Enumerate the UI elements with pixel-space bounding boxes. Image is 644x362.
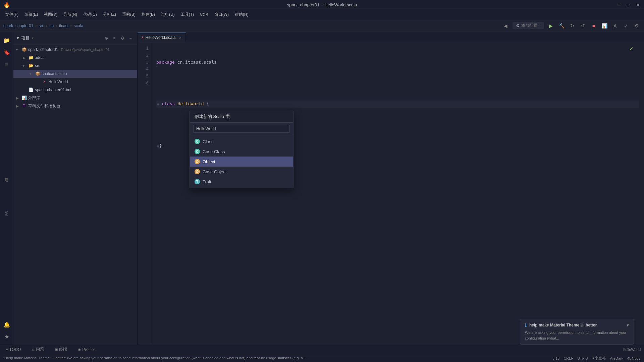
code-editor[interactable]: package cn.itcast.scala ◉ class HelloWor… [151,42,644,345]
menu-item-t[interactable]: 工具(T) [178,11,197,18]
toolbar: spark_chapter01 › src › cn › itcast › sc… [0,19,644,32]
charset[interactable]: UTF-8 [577,356,588,360]
menu-item-b[interactable]: 重构(B) [119,11,138,18]
case-class-icon: C [195,149,200,154]
terminal-tab[interactable]: ▣ 终端 [52,345,70,354]
tree-iml[interactable]: ▶ 📄 spark_chapter01.iml [13,86,137,94]
tree-scratch[interactable]: ▶ 🗒 草稿文件和控制台 [13,102,137,110]
update-button[interactable]: ↻ [568,22,576,30]
terminal-icon: ▣ [55,348,58,351]
project-icon[interactable]: 📁 [1,35,12,46]
back-button[interactable]: ◀ [502,22,510,30]
line-num-3: 3 [140,59,149,66]
menu-item-e[interactable]: 编辑(E) [22,11,41,18]
breadcrumb-scala[interactable]: scala [74,23,83,28]
project-label: 项目 [21,35,30,41]
menu-item-f[interactable]: 文件(F) [3,11,21,18]
project-panel: ▾ 项目 ▾ ⊕ ≡ ⚙ ⋯ ▾ 📦 spark_chapter01 D:\wo… [13,32,138,345]
breadcrumb-spark[interactable]: spark_chapter01 [3,23,33,28]
theme-info[interactable]: AteDark [610,356,623,360]
fold-5[interactable]: ◉ [157,143,159,149]
tab-close-icon[interactable]: ✕ [179,36,181,40]
bookmarks-icon[interactable]: 🔖 [1,47,12,58]
breadcrumb-src[interactable]: src [39,23,44,28]
structure-icon[interactable]: ≡ [1,59,12,70]
reload-button[interactable]: ↺ [579,22,587,30]
line-num-2: 2 [140,52,149,59]
tab-scala-icon: λ [142,36,144,40]
project-menu-icon[interactable]: ⋯ [127,35,134,42]
stop-button[interactable]: ■ [590,22,598,30]
project-dropdown-icon[interactable]: ▾ [17,36,19,41]
menu-item-c[interactable]: 代码(C) [80,11,100,18]
tree-helloworld[interactable]: ▶ λ HelloWorld [13,78,137,86]
class-icon: C [195,139,200,144]
line-endings[interactable]: CRLF [564,356,573,360]
dropdown-item-case-class[interactable]: C Case Class [190,146,293,157]
titlebar: 🔥 spark_chapter01 – HelloWorld.scala ─ ◻… [0,0,644,10]
star-icon[interactable]: ★ [1,331,12,342]
root-name: spark_chapter01 [28,47,58,52]
editor-area: λ HelloWorld.scala ✕ 1 2 3 4 5 6 package… [138,32,644,345]
editor-content[interactable]: 1 2 3 4 5 6 package cn.itcast.scala ◉ cl… [138,42,644,345]
new-scala-dialog: 创建新的 Scala 类 C Class C Case Class O Obje… [190,111,293,188]
menu-item-u[interactable]: 运行(U) [158,11,177,18]
expand-button[interactable]: ⤢ [622,22,630,30]
memory-info[interactable]: 484/367 [627,356,641,360]
tree-src[interactable]: ▾ 📂 src [13,62,137,70]
menu-item-vcs[interactable]: VCS [197,11,211,18]
run-button[interactable]: ▶ [547,22,555,30]
fold-3[interactable]: ◉ [157,101,159,107]
project-expand-icon[interactable]: ▾ [32,36,34,40]
cursor-position[interactable]: 3:18 [552,356,559,360]
indent-info[interactable]: 3 个空格 [592,356,606,361]
tree-extlib[interactable]: ▶ 📊 外部库 [13,94,137,102]
breadcrumb-itcast[interactable]: itcast [59,23,68,28]
notifications-icon[interactable]: 🔔 [1,319,12,330]
project-tools: ⊕ ≡ ⚙ ⋯ [103,35,134,42]
project-settings-icon[interactable]: ⚙ [119,35,126,42]
code-line-2 [156,80,639,87]
menu-item-b[interactable]: 构建(B) [139,11,158,18]
notif-close-button[interactable]: ▾ [627,322,629,328]
dropdown-item-trait[interactable]: T Trait [190,177,293,187]
project-sync-icon[interactable]: ⊕ [103,35,110,42]
build-tool-icon[interactable]: 构建 [1,170,12,180]
breadcrumb: spark_chapter01 › src › cn › itcast › sc… [3,23,83,28]
git-icon[interactable]: Git [1,208,12,219]
project-collapse-icon[interactable]: ≡ [111,35,118,42]
tree-idea[interactable]: ▶ 📁 .idea [13,54,137,62]
menu-item-n[interactable]: 导航(N) [61,11,80,18]
pkg-chevron: ▾ [30,72,34,76]
status-message[interactable]: ℹ help make Material Theme UI better: We… [3,356,308,361]
maximize-button[interactable]: ◻ [626,2,631,8]
dialog-search-input[interactable] [193,125,290,133]
notif-header: ℹ help make Material Theme UI better ▾ [525,322,629,328]
menu-item-z[interactable]: 分析(Z) [100,11,119,18]
problems-tab[interactable]: ⚠ 问题 [29,345,47,354]
menu-item-w[interactable]: 窗口(W) [212,11,231,18]
dropdown-item-case-object[interactable]: O Case Object [190,167,293,177]
translate-button[interactable]: A [611,22,619,30]
tree-package[interactable]: ▾ 📦 cn.itcast.scala [13,70,137,78]
tree-root[interactable]: ▾ 📦 spark_chapter01 D:\work\java\spark_c… [13,46,137,54]
add-config-button[interactable]: ⚙ 添加配置... [513,22,544,29]
trait-label: Trait [203,179,211,184]
breadcrumb-cn[interactable]: cn [49,23,54,28]
todo-tab[interactable]: ≡ TODO [3,345,23,354]
menu-item-v[interactable]: 视图(V) [41,11,60,18]
minimize-button[interactable]: ─ [616,2,622,8]
dropdown-item-object[interactable]: O Object [190,157,293,167]
build-button[interactable]: 🔨 [557,22,566,30]
project-tree: ▾ 📦 spark_chapter01 D:\work\java\spark_c… [13,44,137,345]
menu-item-h[interactable]: 帮助(H) [232,11,251,18]
dropdown-item-class[interactable]: C Class [190,136,293,146]
ext-name: 外部库 [28,95,40,101]
close-button[interactable]: ✕ [635,2,641,8]
idea-name: .idea [35,55,44,60]
profiler-tab[interactable]: ◉ Profiler [75,345,98,354]
profile-button[interactable]: 📊 [600,22,608,30]
settings-button[interactable]: ⚙ [633,22,641,30]
tab-helloworld[interactable]: λ HelloWorld.scala ✕ [138,33,186,42]
statusbar-right: 3:18 CRLF UTF-8 3 个空格 AteDark 484/367 [552,356,641,361]
